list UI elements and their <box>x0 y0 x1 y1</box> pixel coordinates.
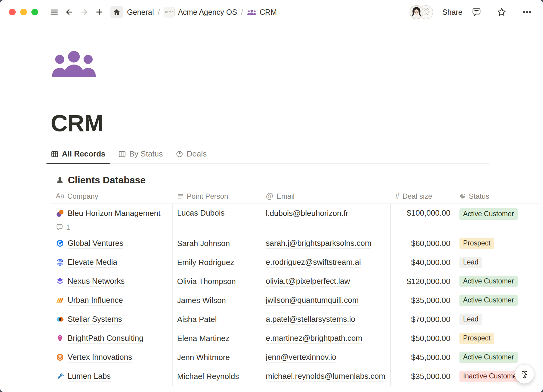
home-button[interactable] <box>110 6 123 18</box>
point-person-cell[interactable]: Lucas Dubois <box>173 204 261 234</box>
deal-size-cell[interactable]: $50,000.00 <box>391 329 455 348</box>
status-badge[interactable]: Prospect <box>459 238 494 249</box>
status-badge[interactable]: Lead <box>459 314 482 325</box>
arrow-right-icon <box>80 8 89 17</box>
column-header-point-person[interactable]: Point Person <box>173 189 261 204</box>
column-header-email[interactable]: @ Email <box>261 189 391 204</box>
email-cell[interactable]: e.rodriguez@swiftstream.ai <box>261 253 391 272</box>
favorite-button[interactable] <box>497 7 507 17</box>
point-person-cell[interactable]: Jenn Whitmore <box>173 348 261 367</box>
forward-button[interactable] <box>80 8 89 17</box>
status-cell[interactable]: Prospect <box>455 234 540 253</box>
column-header-status[interactable]: Status <box>455 189 540 204</box>
status-cell[interactable]: Lead <box>455 253 540 272</box>
email-cell[interactable]: l.dubois@bleuhorizon.fr <box>261 204 391 234</box>
status-cell[interactable]: Active Customer <box>455 291 540 310</box>
point-person-cell[interactable]: Aisha Patel <box>173 310 261 329</box>
company-cell[interactable]: Bleu Horizon Management 1 <box>51 204 173 234</box>
point-person-cell[interactable]: Olivia Thompson <box>173 272 261 291</box>
status-cell[interactable]: Active Customer <box>455 348 540 367</box>
status-badge[interactable]: Inactive Customer <box>459 371 522 382</box>
email-cell[interactable]: olivia.t@pixelperfect.law <box>261 272 391 291</box>
back-button[interactable] <box>65 8 74 17</box>
company-link[interactable]: Stellar Systems <box>68 314 122 325</box>
email-link[interactable]: l.dubois@bleuhorizon.fr <box>266 208 348 219</box>
point-person-cell[interactable]: Elena Martinez <box>173 329 261 348</box>
status-cell[interactable]: Prospect <box>455 329 540 348</box>
deal-size-cell[interactable]: $60,000.00 <box>391 234 455 253</box>
email-cell[interactable]: a.patel@stellarsystems.io <box>261 310 391 329</box>
deal-size-cell[interactable]: $35,000.00 <box>391 367 455 386</box>
email-link[interactable]: e.martinez@brightpath.com <box>266 333 362 344</box>
share-button[interactable]: Share <box>442 8 462 17</box>
point-person-cell[interactable]: Emily Rodriguez <box>173 253 261 272</box>
page-icon[interactable] <box>51 50 97 78</box>
zoom-window-button[interactable] <box>31 9 38 15</box>
status-badge[interactable]: Lead <box>459 257 482 268</box>
bleu-horizon-logo <box>56 209 64 218</box>
point-person-cell[interactable]: Michael Reynolds <box>173 367 261 386</box>
company-link[interactable]: Bleu Horizon Management <box>68 208 160 219</box>
email-link[interactable]: a.patel@stellarsystems.io <box>266 314 355 325</box>
email-link[interactable]: jenn@vertexinnov.io <box>266 352 336 363</box>
email-cell[interactable]: jwilson@quantumquill.com <box>261 291 391 310</box>
breadcrumb-item-general[interactable]: General <box>127 8 154 17</box>
company-cell[interactable]: Elevate Media <box>51 253 173 272</box>
tab-deals[interactable]: Deals <box>171 149 211 163</box>
company-cell[interactable]: Global Ventures <box>51 234 173 253</box>
breadcrumb-item-crm[interactable]: CRM <box>247 8 277 17</box>
email-link[interactable]: michael.reynolds@lumenlabs.com <box>266 371 385 382</box>
company-cell[interactable]: Lumen Labs <box>51 367 173 386</box>
point-person-cell[interactable]: James Wilson <box>173 291 261 310</box>
company-link[interactable]: Vertex Innovations <box>68 352 132 363</box>
close-window-button[interactable] <box>9 9 16 15</box>
deal-size-cell[interactable]: $120,000.00 <box>391 272 455 291</box>
email-cell[interactable]: sarah.j@brightsparksolns.com <box>261 234 391 253</box>
status-badge[interactable]: Active Customer <box>459 295 518 306</box>
deal-size-cell[interactable]: $35,000.00 <box>391 291 455 310</box>
email-link[interactable]: olivia.t@pixelperfect.law <box>266 276 350 287</box>
email-link[interactable]: sarah.j@brightsparksolns.com <box>266 238 371 249</box>
deal-size-cell[interactable]: $100,000.00 <box>391 204 455 234</box>
deal-size-cell[interactable]: $40,000.00 <box>391 253 455 272</box>
email-link[interactable]: e.rodriguez@swiftstream.ai <box>266 257 361 268</box>
company-cell[interactable]: Vertex Innovations <box>51 348 173 367</box>
more-options-button[interactable] <box>522 7 532 17</box>
email-link[interactable]: jwilson@quantumquill.com <box>266 295 359 306</box>
status-badge[interactable]: Active Customer <box>459 208 518 220</box>
company-link[interactable]: BrightPath Consulting <box>68 333 143 344</box>
tab-all-records[interactable]: All Records <box>46 149 110 163</box>
comments-button[interactable] <box>472 7 481 17</box>
company-cell[interactable]: Stellar Systems <box>51 310 173 329</box>
sidebar-menu-button[interactable] <box>49 8 59 17</box>
comment-count-wrap[interactable]: 1 <box>56 223 70 232</box>
column-header-deal-size[interactable]: # Deal size <box>391 189 455 204</box>
email-cell[interactable]: e.martinez@brightpath.com <box>261 329 391 348</box>
status-badge[interactable]: Active Customer <box>459 352 518 363</box>
email-cell[interactable]: michael.reynolds@lumenlabs.com <box>261 367 391 386</box>
deal-size-cell[interactable]: $45,000.00 <box>391 348 455 367</box>
column-header-company[interactable]: Aa Company <box>51 189 173 204</box>
collaborator-avatars[interactable] <box>409 5 433 19</box>
status-cell[interactable]: Lead <box>455 310 540 329</box>
email-cell[interactable]: jenn@vertexinnov.io <box>261 348 391 367</box>
breadcrumb-item-workspace[interactable]: acme Acme Agency OS <box>164 7 237 17</box>
company-link[interactable]: Elevate Media <box>68 257 117 268</box>
status-badge[interactable]: Prospect <box>459 333 494 344</box>
company-cell[interactable]: Nexus Networks <box>51 272 173 291</box>
new-page-button[interactable] <box>95 8 104 17</box>
company-link[interactable]: Global Ventures <box>68 238 123 249</box>
status-cell[interactable]: Active Customer <box>455 204 540 234</box>
status-cell[interactable]: Active Customer <box>455 272 540 291</box>
company-link[interactable]: Nexus Networks <box>68 276 125 287</box>
minimize-window-button[interactable] <box>20 9 27 15</box>
tab-by-status[interactable]: By Status <box>114 149 167 163</box>
notion-ai-button[interactable] <box>515 365 534 384</box>
company-link[interactable]: Lumen Labs <box>68 371 111 382</box>
company-link[interactable]: Urban Influence <box>68 295 123 306</box>
deal-size-cell[interactable]: $70,000.00 <box>391 310 455 329</box>
company-cell[interactable]: T BrightPath Consulting <box>51 329 173 348</box>
company-cell[interactable]: Urban Influence <box>51 291 173 310</box>
point-person-cell[interactable]: Sarah Johnson <box>173 234 261 253</box>
status-badge[interactable]: Active Customer <box>459 276 518 287</box>
